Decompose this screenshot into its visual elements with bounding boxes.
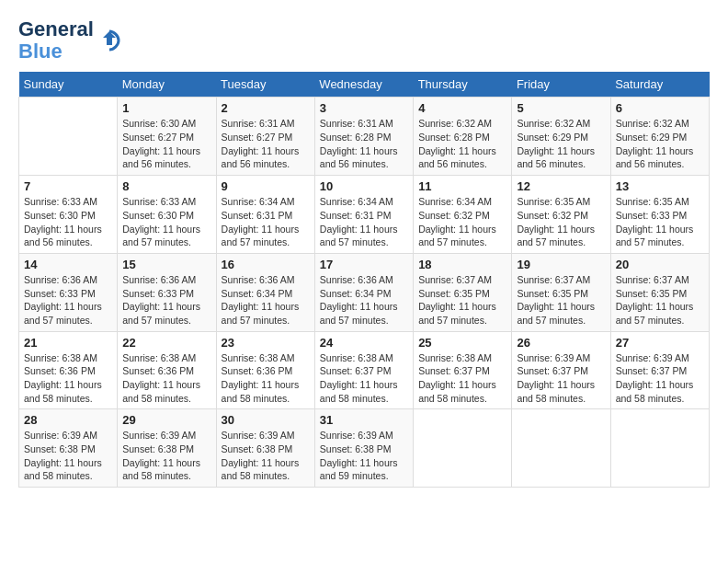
day-info: Sunrise: 6:36 AMSunset: 6:33 PMDaylight:… <box>24 273 112 327</box>
calendar-cell: 14Sunrise: 6:36 AMSunset: 6:33 PMDayligh… <box>19 253 118 331</box>
logo-text: GeneralBlue <box>18 18 94 63</box>
day-info: Sunrise: 6:31 AMSunset: 6:27 PMDaylight:… <box>222 117 310 171</box>
calendar-cell: 15Sunrise: 6:36 AMSunset: 6:33 PMDayligh… <box>118 253 216 331</box>
calendar-cell: 2Sunrise: 6:31 AMSunset: 6:27 PMDaylight… <box>216 98 314 176</box>
day-info: Sunrise: 6:35 AMSunset: 6:32 PMDaylight:… <box>517 195 605 249</box>
col-header-sunday: Sunday <box>19 72 118 98</box>
day-info: Sunrise: 6:39 AMSunset: 6:37 PMDaylight:… <box>616 351 704 406</box>
day-info: Sunrise: 6:36 AMSunset: 6:33 PMDaylight:… <box>122 273 210 327</box>
day-info: Sunrise: 6:38 AMSunset: 6:36 PMDaylight:… <box>222 351 310 406</box>
day-number: 9 <box>222 179 310 193</box>
day-info: Sunrise: 6:39 AMSunset: 6:38 PMDaylight:… <box>122 429 210 483</box>
day-info: Sunrise: 6:32 AMSunset: 6:29 PMDaylight:… <box>616 117 704 171</box>
calendar-cell: 28Sunrise: 6:39 AMSunset: 6:38 PMDayligh… <box>19 409 118 488</box>
day-info: Sunrise: 6:35 AMSunset: 6:33 PMDaylight:… <box>616 195 704 249</box>
calendar-cell: 19Sunrise: 6:37 AMSunset: 6:35 PMDayligh… <box>512 253 610 331</box>
calendar-cell: 6Sunrise: 6:32 AMSunset: 6:29 PMDaylight… <box>610 98 709 176</box>
calendar-cell: 8Sunrise: 6:33 AMSunset: 6:30 PMDaylight… <box>118 176 216 254</box>
day-number: 19 <box>517 258 605 271</box>
calendar-cell: 1Sunrise: 6:30 AMSunset: 6:27 PMDaylight… <box>118 98 216 176</box>
logo: GeneralBlue <box>18 18 123 63</box>
day-info: Sunrise: 6:39 AMSunset: 6:38 PMDaylight:… <box>320 429 408 483</box>
col-header-saturday: Saturday <box>610 72 709 98</box>
calendar-cell: 4Sunrise: 6:32 AMSunset: 6:28 PMDaylight… <box>414 98 512 176</box>
day-number: 22 <box>122 336 210 350</box>
day-number: 20 <box>616 258 704 271</box>
calendar-cell: 27Sunrise: 6:39 AMSunset: 6:37 PMDayligh… <box>610 331 709 409</box>
calendar-cell: 9Sunrise: 6:34 AMSunset: 6:31 PMDaylight… <box>216 176 314 254</box>
day-info: Sunrise: 6:38 AMSunset: 6:36 PMDaylight:… <box>122 351 210 406</box>
calendar-cell: 12Sunrise: 6:35 AMSunset: 6:32 PMDayligh… <box>512 176 610 254</box>
week-row-5: 28Sunrise: 6:39 AMSunset: 6:38 PMDayligh… <box>19 409 710 488</box>
day-number: 15 <box>122 258 210 271</box>
day-info: Sunrise: 6:37 AMSunset: 6:35 PMDaylight:… <box>418 273 506 327</box>
day-number: 1 <box>122 101 210 115</box>
day-info: Sunrise: 6:32 AMSunset: 6:29 PMDaylight:… <box>517 117 605 171</box>
week-row-2: 7Sunrise: 6:33 AMSunset: 6:30 PMDaylight… <box>19 176 710 254</box>
day-number: 13 <box>616 179 704 193</box>
week-row-1: 1Sunrise: 6:30 AMSunset: 6:27 PMDaylight… <box>19 98 710 176</box>
day-info: Sunrise: 6:39 AMSunset: 6:38 PMDaylight:… <box>222 429 310 483</box>
day-number: 28 <box>24 413 112 427</box>
calendar-cell: 31Sunrise: 6:39 AMSunset: 6:38 PMDayligh… <box>314 409 413 488</box>
calendar-cell: 13Sunrise: 6:35 AMSunset: 6:33 PMDayligh… <box>610 176 709 254</box>
day-number: 27 <box>616 336 704 350</box>
calendar-cell: 20Sunrise: 6:37 AMSunset: 6:35 PMDayligh… <box>610 253 709 331</box>
col-header-friday: Friday <box>512 72 610 98</box>
calendar-cell: 5Sunrise: 6:32 AMSunset: 6:29 PMDaylight… <box>512 98 610 176</box>
day-number: 18 <box>418 258 506 271</box>
day-info: Sunrise: 6:34 AMSunset: 6:31 PMDaylight:… <box>222 195 310 249</box>
week-row-4: 21Sunrise: 6:38 AMSunset: 6:36 PMDayligh… <box>19 331 710 409</box>
day-info: Sunrise: 6:34 AMSunset: 6:32 PMDaylight:… <box>418 195 506 249</box>
calendar-cell <box>414 409 512 488</box>
day-number: 29 <box>122 413 210 427</box>
day-number: 21 <box>24 336 112 350</box>
day-number: 11 <box>418 179 506 193</box>
calendar-cell: 11Sunrise: 6:34 AMSunset: 6:32 PMDayligh… <box>414 176 512 254</box>
day-info: Sunrise: 6:37 AMSunset: 6:35 PMDaylight:… <box>616 273 704 327</box>
day-number: 8 <box>122 179 210 193</box>
day-info: Sunrise: 6:38 AMSunset: 6:37 PMDaylight:… <box>320 351 408 406</box>
day-number: 24 <box>320 336 408 350</box>
calendar-cell: 24Sunrise: 6:38 AMSunset: 6:37 PMDayligh… <box>314 331 413 409</box>
calendar-cell: 10Sunrise: 6:34 AMSunset: 6:31 PMDayligh… <box>314 176 413 254</box>
calendar-cell: 30Sunrise: 6:39 AMSunset: 6:38 PMDayligh… <box>216 409 314 488</box>
day-number: 30 <box>222 413 310 427</box>
day-number: 7 <box>24 179 112 193</box>
day-number: 3 <box>320 101 408 115</box>
calendar-header-row: SundayMondayTuesdayWednesdayThursdayFrid… <box>19 72 710 98</box>
day-info: Sunrise: 6:38 AMSunset: 6:37 PMDaylight:… <box>418 351 506 406</box>
day-info: Sunrise: 6:33 AMSunset: 6:30 PMDaylight:… <box>122 195 210 249</box>
week-row-3: 14Sunrise: 6:36 AMSunset: 6:33 PMDayligh… <box>19 253 710 331</box>
page-header: GeneralBlue <box>18 18 710 63</box>
day-info: Sunrise: 6:31 AMSunset: 6:28 PMDaylight:… <box>320 117 408 171</box>
day-info: Sunrise: 6:30 AMSunset: 6:27 PMDaylight:… <box>122 117 210 171</box>
calendar-cell: 21Sunrise: 6:38 AMSunset: 6:36 PMDayligh… <box>19 331 118 409</box>
calendar-cell: 25Sunrise: 6:38 AMSunset: 6:37 PMDayligh… <box>414 331 512 409</box>
calendar-cell: 18Sunrise: 6:37 AMSunset: 6:35 PMDayligh… <box>414 253 512 331</box>
day-number: 5 <box>517 101 605 115</box>
calendar-cell: 16Sunrise: 6:36 AMSunset: 6:34 PMDayligh… <box>216 253 314 331</box>
logo-icon <box>96 27 123 54</box>
col-header-monday: Monday <box>118 72 216 98</box>
day-number: 31 <box>320 413 408 427</box>
col-header-wednesday: Wednesday <box>314 72 413 98</box>
day-info: Sunrise: 6:37 AMSunset: 6:35 PMDaylight:… <box>517 273 605 327</box>
day-number: 23 <box>222 336 310 350</box>
day-number: 2 <box>222 101 310 115</box>
day-info: Sunrise: 6:36 AMSunset: 6:34 PMDaylight:… <box>320 273 408 327</box>
day-number: 17 <box>320 258 408 271</box>
day-number: 26 <box>517 336 605 350</box>
day-info: Sunrise: 6:39 AMSunset: 6:38 PMDaylight:… <box>24 429 112 483</box>
day-info: Sunrise: 6:38 AMSunset: 6:36 PMDaylight:… <box>24 351 112 406</box>
calendar-table: SundayMondayTuesdayWednesdayThursdayFrid… <box>18 72 710 488</box>
calendar-cell: 23Sunrise: 6:38 AMSunset: 6:36 PMDayligh… <box>216 331 314 409</box>
day-info: Sunrise: 6:34 AMSunset: 6:31 PMDaylight:… <box>320 195 408 249</box>
calendar-cell: 7Sunrise: 6:33 AMSunset: 6:30 PMDaylight… <box>19 176 118 254</box>
calendar-cell: 26Sunrise: 6:39 AMSunset: 6:37 PMDayligh… <box>512 331 610 409</box>
day-info: Sunrise: 6:39 AMSunset: 6:37 PMDaylight:… <box>517 351 605 406</box>
day-info: Sunrise: 6:33 AMSunset: 6:30 PMDaylight:… <box>24 195 112 249</box>
calendar-cell: 29Sunrise: 6:39 AMSunset: 6:38 PMDayligh… <box>118 409 216 488</box>
calendar-cell <box>610 409 709 488</box>
calendar-cell: 17Sunrise: 6:36 AMSunset: 6:34 PMDayligh… <box>314 253 413 331</box>
